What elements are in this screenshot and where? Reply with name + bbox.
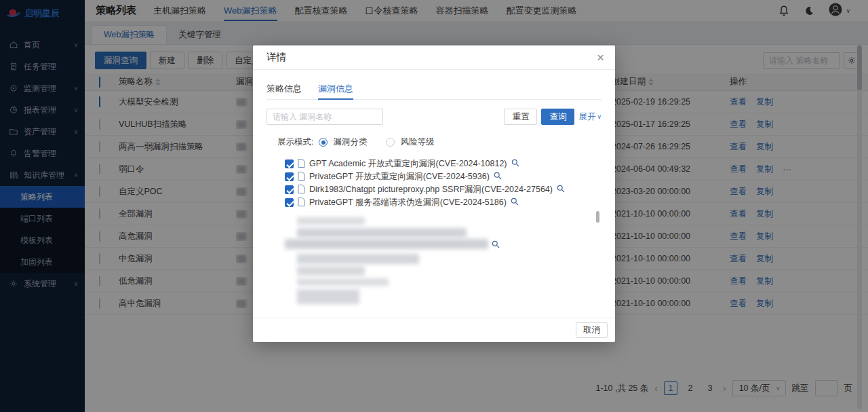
- vuln-item: Dirk1983/Chatgpt pictureproxy.php SSRF漏洞…: [285, 183, 601, 196]
- modal-tab-vuln-info[interactable]: 漏洞信息: [318, 78, 353, 99]
- vuln-checkbox[interactable]: [285, 160, 294, 168]
- modal-footer: 取消: [253, 318, 615, 342]
- vuln-checkbox[interactable]: [285, 172, 294, 181]
- vuln-checkbox[interactable]: [285, 185, 294, 194]
- document-icon: [298, 185, 305, 195]
- search-icon[interactable]: [511, 198, 519, 208]
- vuln-item: PrivateGPT 服务器端请求伪造漏洞(CVE-2024-5186): [285, 196, 601, 209]
- modal-body: 策略信息 漏洞信息 重置 查询 展开∨ 展示模式: 漏洞分类 风险等级: [253, 78, 615, 326]
- vuln-name-input[interactable]: [267, 109, 383, 125]
- chevron-down-icon: ∨: [597, 113, 601, 120]
- document-icon: [298, 198, 305, 208]
- search-icon[interactable]: [492, 240, 500, 250]
- cancel-button[interactable]: 取消: [576, 322, 608, 338]
- modal-scrollbar-thumb[interactable]: [596, 211, 599, 223]
- radio-label[interactable]: 漏洞分类: [333, 136, 367, 148]
- display-mode-row: 展示模式: 漏洞分类 风险等级: [267, 136, 601, 148]
- vuln-item: PrivateGPT 开放式重定向漏洞(CVE-2024-5936): [285, 170, 601, 183]
- details-modal: 详情 × 策略信息 漏洞信息 重置 查询 展开∨ 展示模式: 漏洞分类: [253, 45, 615, 342]
- radio-label[interactable]: 风险等级: [400, 136, 434, 148]
- radio-risk-level[interactable]: [386, 138, 395, 147]
- modal-title: 详情: [267, 51, 286, 64]
- close-icon[interactable]: ×: [597, 51, 604, 64]
- query-button[interactable]: 查询: [541, 109, 574, 125]
- redacted-content-block: [285, 216, 601, 311]
- radio-vuln-category[interactable]: [319, 138, 328, 147]
- vuln-item: GPT Academic 开放式重定向漏洞(CVE-2024-10812): [285, 157, 601, 170]
- modal-tabs: 策略信息 漏洞信息: [267, 78, 601, 100]
- expand-link[interactable]: 展开∨: [578, 111, 601, 123]
- modal-filter-row: 重置 查询 展开∨: [267, 109, 601, 125]
- document-icon: [298, 172, 305, 183]
- modal-header: 详情 ×: [253, 45, 615, 70]
- reset-button[interactable]: 重置: [504, 109, 537, 125]
- search-icon[interactable]: [511, 159, 519, 169]
- document-icon: [298, 159, 305, 170]
- search-icon[interactable]: [494, 172, 502, 182]
- app-window: 启明星辰 首页 ∨ 任务管理 监测管理 ∨ 报表管理 ∨: [0, 0, 868, 412]
- modal-tab-policy-info[interactable]: 策略信息: [267, 78, 302, 99]
- vuln-checkbox-list: GPT Academic 开放式重定向漏洞(CVE-2024-10812) Pr…: [267, 157, 601, 209]
- search-icon[interactable]: [557, 185, 565, 195]
- vuln-checkbox[interactable]: [285, 198, 294, 207]
- modal-filter-buttons: 重置 查询 展开∨: [504, 109, 601, 125]
- display-mode-label: 展示模式:: [277, 136, 313, 148]
